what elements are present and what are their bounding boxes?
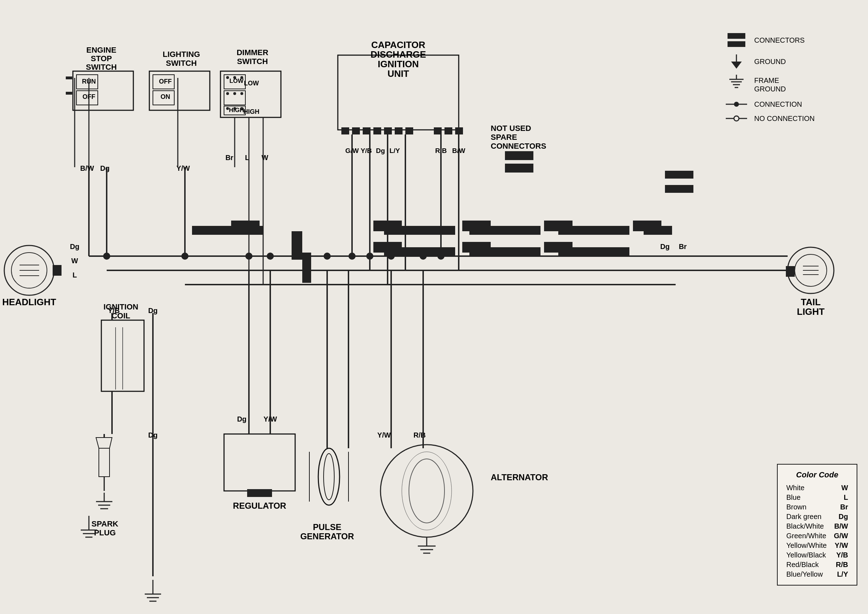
svg-point-39	[226, 92, 229, 95]
svg-point-106	[409, 459, 445, 523]
svg-rect-123	[665, 185, 693, 193]
color-code-abbrev: G/W	[832, 531, 849, 541]
color-name: Yellow/Black	[785, 550, 832, 560]
svg-rect-52	[384, 127, 392, 134]
svg-point-194	[324, 253, 331, 260]
svg-point-196	[366, 253, 374, 260]
svg-point-43	[233, 107, 236, 110]
color-name: Red/Black	[785, 560, 832, 569]
svg-text:LIGHT: LIGHT	[797, 306, 825, 317]
svg-text:Br: Br	[679, 242, 687, 250]
svg-rect-57	[455, 127, 463, 134]
svg-text:Dg: Dg	[376, 147, 385, 154]
svg-rect-48	[341, 127, 349, 134]
wiring-diagram: RUN OFF ENGINE STOP SWITCH OFF ON LIGHTI…	[0, 0, 868, 614]
svg-text:SPARE: SPARE	[491, 133, 517, 141]
color-name: Blue/Yellow	[785, 569, 832, 579]
color-code-row: Red/BlackR/B	[785, 560, 849, 569]
color-name: Blue	[785, 493, 832, 502]
svg-rect-50	[363, 127, 370, 134]
color-code-abbrev: B/W	[832, 522, 849, 531]
svg-point-36	[226, 76, 229, 79]
svg-text:R/B: R/B	[414, 431, 426, 439]
svg-marker-89	[96, 438, 112, 448]
svg-rect-96	[224, 434, 295, 491]
svg-text:PLUG: PLUG	[94, 528, 116, 537]
svg-text:UNIT: UNIT	[388, 68, 409, 79]
svg-text:W: W	[71, 257, 78, 265]
svg-text:Y/W: Y/W	[377, 431, 391, 439]
svg-text:HEADLIGHT: HEADLIGHT	[2, 297, 56, 307]
color-code-table: Color Code WhiteWBlueLBrownBrDark greenD…	[777, 464, 857, 586]
color-code-row: Yellow/WhiteY/W	[785, 541, 849, 550]
svg-text:LOW: LOW	[244, 80, 259, 87]
svg-point-100	[324, 454, 334, 500]
color-code-row: BrownBr	[785, 502, 849, 512]
svg-text:L: L	[73, 271, 77, 279]
svg-text:PULSE: PULSE	[313, 522, 341, 532]
svg-text:HIGH: HIGH	[243, 108, 260, 115]
svg-rect-66	[505, 164, 533, 173]
svg-rect-176	[384, 247, 455, 256]
color-code-row: Dark greenDg	[785, 512, 849, 522]
svg-point-40	[233, 92, 236, 95]
svg-point-99	[318, 448, 339, 505]
svg-text:GENERATOR: GENERATOR	[300, 532, 354, 541]
svg-text:STOP: STOP	[91, 54, 112, 63]
svg-text:REGULATOR: REGULATOR	[233, 501, 286, 510]
color-code-abbrev: L	[832, 493, 849, 502]
svg-text:LIGHTING: LIGHTING	[163, 50, 200, 59]
color-code-row: Green/WhiteG/W	[785, 531, 849, 541]
svg-point-42	[226, 107, 229, 110]
svg-text:B/W: B/W	[81, 164, 94, 172]
svg-text:Y/W: Y/W	[177, 164, 190, 172]
color-name: White	[785, 483, 832, 493]
svg-rect-51	[374, 127, 381, 134]
color-code-abbrev: Dg	[832, 512, 849, 522]
svg-text:Dg: Dg	[237, 415, 247, 423]
svg-point-190	[103, 253, 110, 260]
svg-text:ENGINE: ENGINE	[87, 45, 116, 54]
svg-text:Dg: Dg	[100, 164, 110, 172]
color-name: Green/White	[785, 531, 832, 541]
svg-point-197	[388, 253, 395, 260]
svg-text:Dg: Dg	[70, 242, 80, 250]
svg-rect-49	[352, 127, 360, 134]
color-name: Yellow/White	[785, 541, 832, 550]
svg-text:L/Y: L/Y	[389, 147, 400, 154]
svg-text:IGNITION: IGNITION	[378, 59, 419, 69]
svg-rect-19	[66, 92, 72, 95]
color-code-row: BlueL	[785, 493, 849, 502]
svg-text:SWITCH: SWITCH	[86, 62, 117, 72]
diagram-container: CONNECTORS GROUND	[0, 0, 868, 614]
color-name: Dark green	[785, 512, 832, 522]
color-code-abbrev: L/Y	[832, 569, 849, 579]
color-code-abbrev: Br	[832, 502, 849, 512]
svg-text:OFF: OFF	[159, 78, 172, 85]
color-code-abbrev: Y/B	[832, 550, 849, 560]
color-code-abbrev: W	[832, 483, 849, 493]
color-code-row: Yellow/BlackY/B	[785, 550, 849, 560]
svg-rect-175	[384, 226, 455, 235]
svg-rect-178	[470, 247, 541, 256]
color-code-row: Blue/YellowL/Y	[785, 569, 849, 579]
svg-text:Y/B: Y/B	[108, 307, 119, 314]
svg-rect-174	[302, 267, 311, 276]
color-name: Black/White	[785, 522, 832, 531]
svg-rect-55	[434, 127, 442, 134]
svg-point-199	[437, 253, 445, 260]
svg-rect-56	[445, 127, 452, 134]
svg-rect-181	[643, 226, 672, 235]
svg-rect-53	[395, 127, 403, 134]
svg-rect-177	[470, 226, 541, 235]
svg-text:SWITCH: SWITCH	[237, 57, 268, 66]
color-code-abbrev: Y/W	[832, 541, 849, 550]
svg-point-41	[240, 92, 243, 95]
svg-rect-87	[99, 448, 110, 477]
svg-text:TAIL: TAIL	[801, 297, 821, 307]
svg-text:SWITCH: SWITCH	[166, 59, 197, 68]
svg-text:Br: Br	[225, 154, 233, 162]
color-code-row: WhiteW	[785, 483, 849, 493]
svg-text:Dg: Dg	[660, 242, 670, 250]
svg-text:ON: ON	[161, 93, 170, 100]
